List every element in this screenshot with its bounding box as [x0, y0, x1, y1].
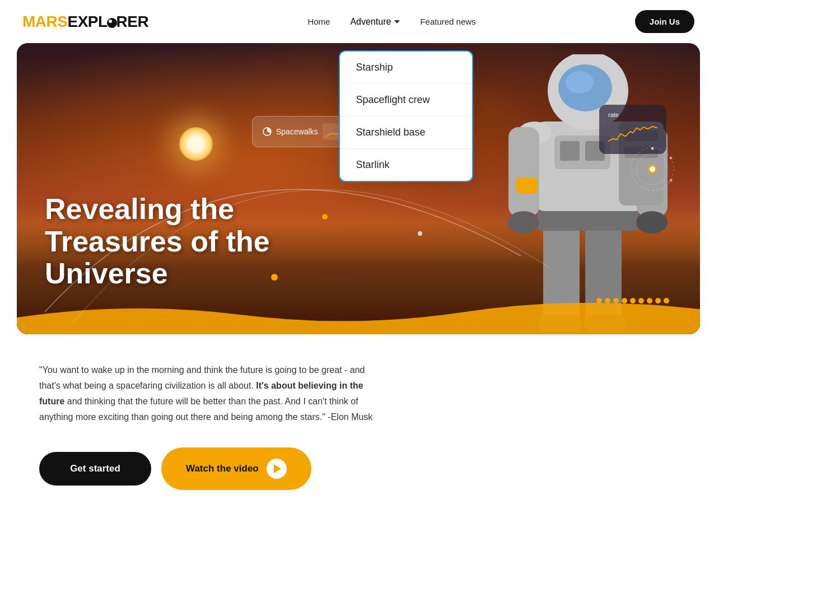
dot-2 — [605, 298, 610, 304]
play-button-icon — [267, 459, 287, 479]
svg-point-12 — [670, 179, 673, 182]
nav-home[interactable]: Home — [307, 17, 330, 26]
logo-o-icon — [107, 18, 117, 28]
logo-explorer: EXPLRER — [67, 13, 148, 30]
svg-point-29 — [566, 71, 594, 94]
dropdown-item-starship[interactable]: Starship — [340, 52, 472, 84]
dot-3 — [613, 298, 619, 304]
navbar: MARSEXPLRER Home Adventure Starship Spac… — [0, 0, 717, 43]
svg-point-25 — [636, 211, 668, 234]
svg-rect-18 — [560, 141, 580, 161]
svg-point-9 — [650, 166, 655, 172]
quote-text: "You want to wake up in the morning and … — [39, 362, 375, 425]
logo[interactable]: MARSEXPLRER — [22, 13, 148, 31]
svg-point-11 — [670, 157, 673, 160]
watch-video-button[interactable]: Watch the video — [161, 447, 311, 490]
dot-7 — [647, 298, 652, 304]
svg-point-10 — [651, 147, 654, 150]
nav-links: Home Adventure Starship Spaceflight crew… — [307, 17, 475, 27]
dot-8 — [655, 298, 661, 304]
nav-adventure[interactable]: Adventure Starship Spaceflight crew Star… — [350, 17, 400, 27]
nav-featured-news[interactable]: Featured news — [420, 17, 475, 26]
chevron-down-icon — [394, 20, 400, 24]
dropdown-item-spaceflight[interactable]: Spaceflight crew — [340, 84, 472, 116]
get-started-button[interactable]: Get started — [39, 452, 151, 486]
hero-wave — [17, 290, 700, 334]
adventure-dropdown: Starship Spaceflight crew Starshield bas… — [339, 50, 473, 182]
dot-4 — [622, 298, 627, 304]
spacewalks-label: Spacewalks — [276, 127, 318, 136]
logo-mars: MARS — [22, 13, 67, 30]
hero-title: Revealing the Treasures of the Universe — [45, 193, 270, 290]
play-triangle-icon — [274, 464, 281, 473]
cta-buttons: Get started Watch the video — [0, 447, 717, 518]
join-button[interactable]: Join Us — [635, 10, 694, 33]
dot-5 — [630, 298, 636, 304]
dot-9 — [664, 298, 669, 304]
svg-rect-33 — [516, 178, 538, 193]
watch-video-label: Watch the video — [186, 463, 259, 474]
content-section: "You want to wake up in the morning and … — [0, 334, 717, 447]
svg-point-24 — [508, 211, 539, 234]
indicator-dots — [596, 298, 669, 304]
hero-sun — [179, 127, 213, 161]
gauge-svg — [627, 144, 678, 194]
quote-section: "You want to wake up in the morning and … — [39, 362, 375, 425]
dropdown-item-starlink[interactable]: Starlink — [340, 149, 472, 181]
quote-normal-2: and thinking that the future will be bet… — [39, 396, 372, 422]
dot-6 — [638, 298, 644, 304]
hero-text-block: Revealing the Treasures of the Universe — [45, 193, 270, 290]
chart-rate-label: rate — [608, 111, 657, 118]
svg-rect-22 — [508, 127, 539, 217]
dropdown-item-starshield[interactable]: Starshield base — [340, 116, 472, 149]
nav-adventure-label: Adventure — [350, 17, 391, 27]
dot-1 — [596, 298, 602, 304]
gauge-widget — [627, 144, 678, 194]
pie-chart-icon — [263, 127, 272, 136]
rate-chart-svg — [608, 123, 657, 145]
